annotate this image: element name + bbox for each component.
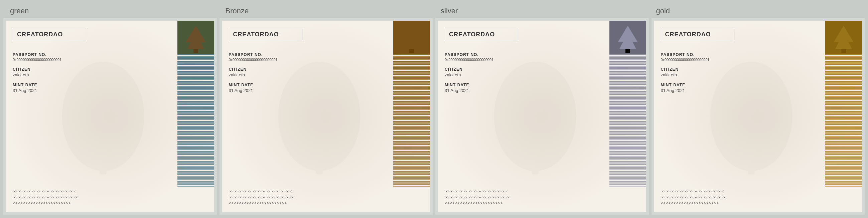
mint-date-label-bronze: MINT DATE bbox=[229, 83, 387, 87]
mint-date-label-silver: MINT DATE bbox=[445, 83, 603, 87]
logo-text-green: CREATORDAO bbox=[17, 31, 63, 38]
svg-rect-11 bbox=[625, 49, 630, 53]
stripes-bronze bbox=[393, 54, 430, 212]
label-bronze: Bronze bbox=[219, 7, 434, 15]
tier-labels-row: green Bronze silver gold bbox=[3, 7, 865, 15]
right-top-silver bbox=[610, 21, 646, 54]
passport-right-bronze bbox=[393, 21, 430, 212]
card-wrapper-silver: CREATORDAO PASSPORT NO. 0x00000000000000… bbox=[435, 18, 649, 215]
label-gold: gold bbox=[650, 7, 865, 15]
passport-card-gold: CREATORDAO PASSPORT NO. 0x00000000000000… bbox=[654, 21, 862, 212]
passport-card-green: CREATORDAO PASSPORT NO. 0x00000000000000… bbox=[6, 21, 214, 212]
mrz-line2-green: >>>>>>>>>>>>>><<<<<<<<<<<< bbox=[13, 195, 171, 201]
mint-date-label-green: MINT DATE bbox=[13, 83, 171, 87]
card-wrapper-gold: CREATORDAO PASSPORT NO. 0x00000000000000… bbox=[651, 18, 865, 215]
label-green: green bbox=[3, 7, 219, 15]
logo-box-bronze: CREATORDAO bbox=[229, 29, 302, 40]
passport-label-green: PASSPORT NO. bbox=[13, 52, 171, 57]
mrz-line1-silver: >>>>>>>>>>>>>><<<<<<<<<<< bbox=[445, 189, 603, 195]
passport-label-bronze: PASSPORT NO. bbox=[229, 52, 387, 57]
mrz-line2-gold: >>>>>>>>>>>>>><<<<<<<<<<<< bbox=[661, 195, 819, 201]
cards-row: CREATORDAO PASSPORT NO. 0x00000000000000… bbox=[3, 18, 865, 215]
mrz-line2-bronze: >>>>>>>>>>>>>><<<<<<<<<<<< bbox=[229, 195, 387, 201]
citizen-label-bronze: CITIZEN bbox=[229, 67, 387, 72]
passport-label-gold: PASSPORT NO. bbox=[661, 52, 819, 57]
citizen-label-green: CITIZEN bbox=[13, 67, 171, 72]
mrz-line3-green: <<<<<<<<<<<<<>>>>>>>>>> bbox=[13, 201, 171, 207]
mrz-zone-silver: >>>>>>>>>>>>>><<<<<<<<<<< >>>>>>>>>>>>>>… bbox=[445, 182, 603, 207]
tree-icon-gold bbox=[832, 24, 855, 54]
logo-box-gold: CREATORDAO bbox=[661, 29, 734, 40]
logo-text-gold: CREATORDAO bbox=[665, 31, 711, 38]
stripes-silver bbox=[610, 54, 646, 212]
passport-no-green: 0x0000000000000000000001 bbox=[13, 58, 171, 62]
mrz-zone-gold: >>>>>>>>>>>>>><<<<<<<<<<< >>>>>>>>>>>>>>… bbox=[661, 182, 819, 207]
mint-date-label-gold: MINT DATE bbox=[661, 83, 819, 87]
stripes-gold bbox=[825, 54, 862, 212]
mrz-line1-green: >>>>>>>>>>>>>><<<<<<<<<<< bbox=[13, 189, 171, 195]
svg-marker-2 bbox=[186, 26, 206, 49]
citizen-value-silver: zakk.eth bbox=[445, 72, 603, 77]
passport-left-green: CREATORDAO PASSPORT NO. 0x00000000000000… bbox=[6, 21, 178, 212]
svg-rect-15 bbox=[841, 49, 846, 53]
mrz-line1-gold: >>>>>>>>>>>>>><<<<<<<<<<< bbox=[661, 189, 819, 195]
logo-text-silver: CREATORDAO bbox=[449, 31, 495, 38]
svg-marker-6 bbox=[402, 26, 422, 49]
passport-no-gold: 0x0000000000000000000001 bbox=[661, 58, 819, 62]
right-top-bronze bbox=[393, 21, 430, 54]
mrz-zone-bronze: >>>>>>>>>>>>>><<<<<<<<<<< >>>>>>>>>>>>>>… bbox=[229, 182, 387, 207]
card-wrapper-green: CREATORDAO PASSPORT NO. 0x00000000000000… bbox=[3, 18, 217, 215]
right-top-gold bbox=[825, 21, 862, 54]
mrz-line3-bronze: <<<<<<<<<<<<<>>>>>>>>>> bbox=[229, 201, 387, 207]
mrz-zone-green: >>>>>>>>>>>>>><<<<<<<<<<< >>>>>>>>>>>>>>… bbox=[13, 182, 171, 207]
passport-no-silver: 0x0000000000000000000001 bbox=[445, 58, 603, 62]
tree-icon-green bbox=[184, 24, 208, 54]
svg-marker-14 bbox=[834, 26, 854, 49]
logo-text-bronze: CREATORDAO bbox=[233, 31, 279, 38]
svg-marker-10 bbox=[618, 26, 638, 49]
mrz-line2-silver: >>>>>>>>>>>>>><<<<<<<<<<<< bbox=[445, 195, 603, 201]
citizen-value-green: zakk.eth bbox=[13, 72, 171, 77]
passport-card-silver: CREATORDAO PASSPORT NO. 0x00000000000000… bbox=[438, 21, 646, 212]
tree-icon-silver bbox=[616, 24, 640, 54]
citizen-value-gold: zakk.eth bbox=[661, 72, 819, 77]
label-silver: silver bbox=[434, 7, 650, 15]
card-wrapper-bronze: CREATORDAO PASSPORT NO. 0x00000000000000… bbox=[219, 18, 433, 215]
citizen-value-bronze: zakk.eth bbox=[229, 72, 387, 77]
citizen-label-silver: CITIZEN bbox=[445, 67, 603, 72]
passport-right-silver bbox=[610, 21, 646, 212]
mint-date-value-gold: 31 Aug 2021 bbox=[661, 88, 819, 93]
passport-left-bronze: CREATORDAO PASSPORT NO. 0x00000000000000… bbox=[222, 21, 394, 212]
stripes-green bbox=[178, 54, 214, 212]
passport-no-bronze: 0x0000000000000000000001 bbox=[229, 58, 387, 62]
mint-date-value-bronze: 31 Aug 2021 bbox=[229, 88, 387, 93]
mint-date-value-green: 31 Aug 2021 bbox=[13, 88, 171, 93]
svg-rect-3 bbox=[193, 49, 198, 53]
right-top-green bbox=[178, 21, 214, 54]
citizen-label-gold: CITIZEN bbox=[661, 67, 819, 72]
mrz-line3-gold: <<<<<<<<<<<<<>>>>>>>>>> bbox=[661, 201, 819, 207]
mint-date-value-silver: 31 Aug 2021 bbox=[445, 88, 603, 93]
passport-left-silver: CREATORDAO PASSPORT NO. 0x00000000000000… bbox=[438, 21, 610, 212]
passport-right-gold bbox=[825, 21, 862, 212]
tree-icon-bronze bbox=[400, 24, 423, 54]
mrz-line1-bronze: >>>>>>>>>>>>>><<<<<<<<<<< bbox=[229, 189, 387, 195]
mrz-line3-silver: <<<<<<<<<<<<<>>>>>>>>>> bbox=[445, 201, 603, 207]
logo-box-green: CREATORDAO bbox=[13, 29, 86, 40]
passport-left-gold: CREATORDAO PASSPORT NO. 0x00000000000000… bbox=[654, 21, 826, 212]
passport-right-green bbox=[178, 21, 214, 212]
svg-rect-7 bbox=[409, 49, 414, 53]
passport-label-silver: PASSPORT NO. bbox=[445, 52, 603, 57]
logo-box-silver: CREATORDAO bbox=[445, 29, 518, 40]
passport-card-bronze: CREATORDAO PASSPORT NO. 0x00000000000000… bbox=[222, 21, 430, 212]
